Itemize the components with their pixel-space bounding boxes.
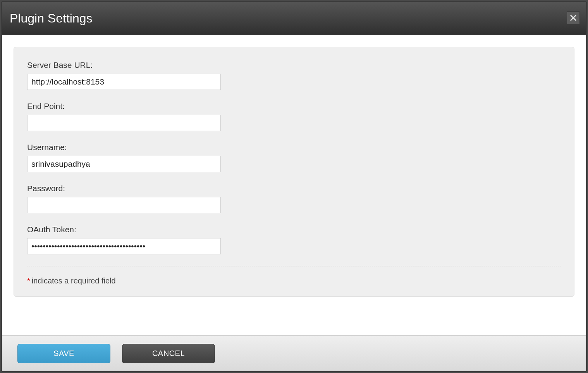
field-password: Password: <box>27 184 561 213</box>
required-note-text: indicates a required field <box>32 276 116 285</box>
modal-title: Plugin Settings <box>10 11 92 26</box>
username-input[interactable] <box>27 156 221 172</box>
modal-header: Plugin Settings <box>2 2 586 35</box>
plugin-settings-modal: Plugin Settings Server Base URL: End Poi… <box>2 2 586 371</box>
end-point-input[interactable] <box>27 115 221 131</box>
server-base-url-label: Server Base URL: <box>27 60 561 70</box>
modal-footer: SAVE CANCEL <box>2 335 586 371</box>
required-field-note: *indicates a required field <box>27 266 561 285</box>
username-label: Username: <box>27 143 561 152</box>
password-input[interactable] <box>27 197 221 213</box>
field-server-base-url: Server Base URL: <box>27 60 561 90</box>
save-button[interactable]: SAVE <box>17 344 110 363</box>
field-oauth-token: OAuth Token: <box>27 225 561 254</box>
oauth-token-input[interactable] <box>27 238 221 254</box>
server-base-url-input[interactable] <box>27 74 221 90</box>
end-point-label: End Point: <box>27 102 561 111</box>
field-username: Username: <box>27 143 561 172</box>
cancel-button[interactable]: CANCEL <box>122 344 215 363</box>
modal-body: Server Base URL: End Point: Username: Pa… <box>2 35 586 335</box>
field-end-point: End Point: <box>27 102 561 131</box>
close-button[interactable] <box>567 11 580 24</box>
form-panel: Server Base URL: End Point: Username: Pa… <box>14 47 574 297</box>
required-marker: * <box>27 276 30 285</box>
close-icon <box>570 14 577 21</box>
password-label: Password: <box>27 184 561 193</box>
oauth-token-label: OAuth Token: <box>27 225 561 234</box>
